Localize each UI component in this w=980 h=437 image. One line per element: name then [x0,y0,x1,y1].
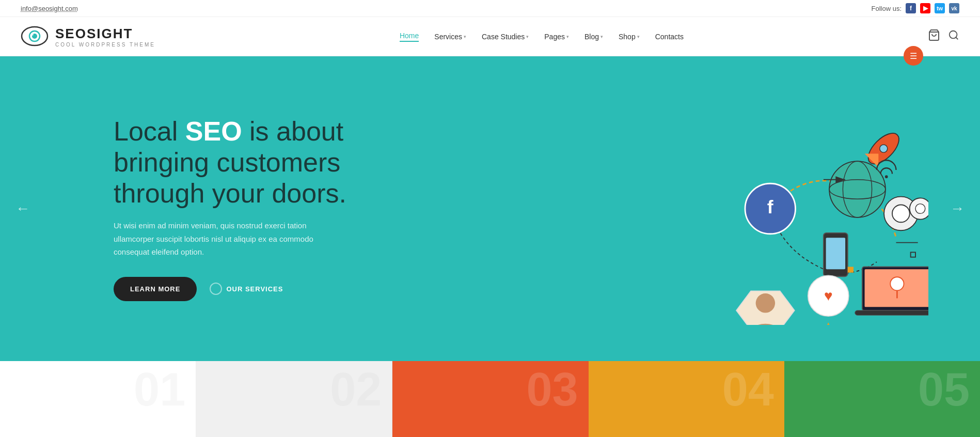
svg-rect-34 [848,267,853,273]
section-social-num: 03 [527,366,578,413]
svg-marker-33 [821,322,835,325]
section-seo[interactable]: 01 Search Engine Optimization [0,361,196,437]
nav-home[interactable]: Home [400,32,419,42]
nav-shop[interactable]: Shop ▾ [619,33,640,41]
svg-point-13 [892,205,910,223]
shop-arrow: ▾ [637,34,640,39]
svg-rect-28 [855,310,928,315]
logo-text-area: SEOSIGHT COOL WORDPRESS THEME [55,26,155,48]
logo-area: SEOSIGHT COOL WORDPRESS THEME [21,22,155,51]
menu-toggle-button[interactable]: ☰ [904,46,923,66]
bottom-sections: 01 Search Engine Optimization 02 Local S… [0,361,980,437]
nav-services[interactable]: Services ▾ [434,33,466,41]
youtube-icon[interactable]: ▶ [920,3,930,13]
header: SEOSIGHT COOL WORDPRESS THEME Home Servi… [0,17,980,56]
nav-icons [928,29,959,44]
nav-blog[interactable]: Blog ▾ [584,33,603,41]
svg-point-29 [885,175,888,178]
our-services-button[interactable]: OUR SERVICES [210,283,283,295]
pages-arrow: ▾ [566,34,569,39]
nav-contacts[interactable]: Contacts [655,33,684,41]
section-email-num: 04 [722,366,774,413]
email-link[interactable]: info@seosight.com [21,5,78,12]
section-social[interactable]: 03 Social Media Marketing [392,361,588,437]
svg-point-5 [950,31,957,39]
learn-more-button[interactable]: LEARN MORE [114,277,197,301]
svg-point-3 [31,34,34,36]
svg-line-6 [956,37,958,39]
hero-illustration: f ♥ [670,92,928,325]
logo-icon [21,22,49,51]
hero-title: Local SEO is aboutbringing customersthro… [114,116,346,209]
twitter-icon[interactable]: tw [935,3,945,13]
section-local-seo-num: 02 [330,366,382,413]
section-ppc-num: 05 [918,366,970,413]
hero-title-highlight: SEO [185,116,242,146]
hero-next-arrow[interactable]: → [950,200,965,217]
svg-text:♥: ♥ [824,288,833,304]
logo-subtitle: COOL WORDPRESS THEME [55,42,155,48]
main-nav: Home Services ▾ Case Studies ▾ Pages ▾ B… [400,32,684,42]
search-icon[interactable] [948,29,959,43]
svg-point-27 [890,277,904,290]
svg-point-24 [756,293,776,313]
section-seo-num: 01 [134,366,185,413]
hamburger-icon: ☰ [910,51,917,61]
hero-buttons: LEARN MORE OUR SERVICES [114,277,346,301]
follow-us-area: Follow us: f ▶ tw vk [871,3,959,13]
svg-text:f: f [767,197,773,217]
hero-description: Ut wisi enim ad minim veniam, quis nostr… [114,219,336,259]
services-arrow: ▾ [464,34,466,39]
svg-point-15 [915,204,925,214]
blog-arrow: ▾ [600,34,603,39]
section-email[interactable]: 04 Email Marketing [589,361,784,437]
hero-content: Local SEO is aboutbringing customersthro… [0,116,346,301]
hero-title-prefix: Local [114,116,185,146]
svg-rect-35 [911,252,915,257]
facebook-icon[interactable]: f [906,3,916,13]
vk-icon[interactable]: vk [949,3,959,13]
cart-icon[interactable] [928,29,940,44]
top-bar: info@seosight.com Follow us: f ▶ tw vk [0,0,980,17]
case-studies-arrow: ▾ [526,34,529,39]
section-local-seo[interactable]: 02 Local SEO Mirum est notare quam litte… [196,361,392,437]
follow-us-label: Follow us: [871,5,902,12]
nav-pages[interactable]: Pages ▾ [544,33,569,41]
svg-rect-20 [826,238,846,269]
nav-case-studies[interactable]: Case Studies ▾ [482,33,529,41]
section-ppc[interactable]: 05 Pay Per Click Management [784,361,980,437]
hero-section: ← → Local SEO is aboutbringing customers… [0,56,980,361]
logo-title: SEOSIGHT [55,26,155,42]
hero-prev-arrow[interactable]: ← [15,200,30,217]
